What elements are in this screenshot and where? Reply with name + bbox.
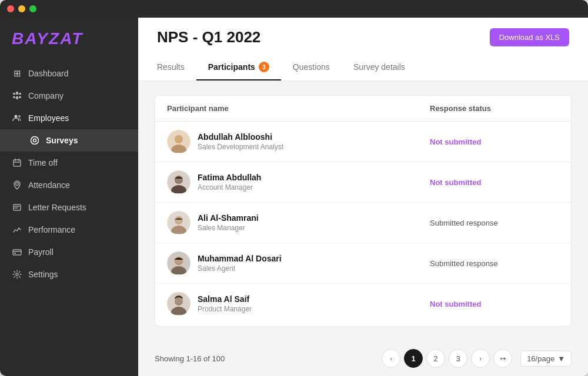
table-row: Ali Al-Shamrani Sales Manager Submitted … <box>155 203 571 243</box>
sidebar-label-performance: Performance <box>28 225 75 234</box>
sidebar-item-employees[interactable]: Employees <box>0 107 138 129</box>
participant-name: Abdullah Alblooshi <box>198 132 283 142</box>
svg-point-7 <box>18 115 21 118</box>
col-name-header: Participant name <box>167 104 430 113</box>
status-badge: Submitted response <box>430 219 498 227</box>
participant-role: Sales Manager <box>198 224 259 232</box>
per-page-select[interactable]: 16/page ▼ <box>520 351 572 367</box>
logo: BAYZAT <box>0 29 138 62</box>
next-page-button[interactable]: › <box>471 349 490 368</box>
svg-rect-1 <box>16 92 18 95</box>
svg-point-8 <box>31 137 39 145</box>
dashboard-icon: ⊞ <box>12 68 22 79</box>
header-top: NPS - Q1 2022 Download as XLS <box>157 28 569 46</box>
prev-page-button[interactable]: ‹ <box>382 349 400 368</box>
table-row: Fatima Abdullah Account Manager Not subm… <box>155 162 571 203</box>
table-container: Participant name Response status Abdulla… <box>138 81 588 341</box>
payroll-icon <box>12 247 22 257</box>
app-body: BAYZAT ⊞ Dashboard Company Employees <box>0 18 588 376</box>
sidebar-item-payroll[interactable]: Payroll <box>0 241 138 263</box>
tab-survey-details[interactable]: Survey details <box>342 56 417 80</box>
close-button[interactable] <box>7 5 14 12</box>
sidebar-item-settings[interactable]: Settings <box>0 263 138 286</box>
sidebar-label-employees: Employees <box>28 113 69 123</box>
participant-details: Salma Al Saif Product Manager <box>198 294 252 313</box>
app-window: BAYZAT ⊞ Dashboard Company Employees <box>0 0 588 376</box>
status-badge: Not submitted <box>430 178 481 187</box>
sidebar-label-timeoff: Time off <box>28 158 58 167</box>
sidebar-label-payroll: Payroll <box>28 247 54 257</box>
employees-icon <box>12 113 22 123</box>
tab-participants-label: Participants <box>208 62 255 72</box>
letter-requests-icon <box>12 202 22 213</box>
svg-point-9 <box>34 139 36 142</box>
participants-table: Participant name Response status Abdulla… <box>155 95 572 327</box>
status-badge: Not submitted <box>430 300 481 308</box>
company-icon <box>12 90 22 101</box>
participant-info: Ali Al-Shamrani Sales Manager <box>167 211 430 234</box>
sidebar-item-company[interactable]: Company <box>0 85 138 107</box>
response-status: Not submitted <box>430 298 559 309</box>
svg-point-11 <box>16 183 19 186</box>
minimize-button[interactable] <box>18 5 25 12</box>
participant-details: Muhammad Al Dosari Sales Agent <box>198 254 282 273</box>
settings-icon <box>12 269 22 280</box>
sidebar-label-surveys: Surveys <box>46 136 78 145</box>
showing-text: Showing 1-16 of 100 <box>155 354 225 363</box>
page-2-button[interactable]: 2 <box>426 349 445 368</box>
sidebar-item-dashboard[interactable]: ⊞ Dashboard <box>0 62 138 85</box>
table-header: Participant name Response status <box>155 96 571 122</box>
performance-icon <box>12 224 22 235</box>
participant-name: Salma Al Saif <box>198 294 252 304</box>
svg-point-6 <box>15 115 18 118</box>
avatar <box>167 211 191 234</box>
download-button[interactable]: Download as XLS <box>490 28 569 46</box>
avatar <box>167 251 191 275</box>
tab-results[interactable]: Results <box>157 56 196 80</box>
attendance-icon <box>12 180 22 190</box>
logo-text: BAYZAT <box>12 29 83 48</box>
participants-badge: 3 <box>259 62 269 72</box>
main-content: NPS - Q1 2022 Download as XLS Results Pa… <box>138 18 588 376</box>
timeoff-icon <box>12 157 22 168</box>
svg-rect-13 <box>13 250 21 255</box>
sidebar-label-settings: Settings <box>28 270 58 279</box>
table-row: Muhammad Al Dosari Sales Agent Submitted… <box>155 243 571 284</box>
tab-questions-label: Questions <box>293 62 330 72</box>
main-header: NPS - Q1 2022 Download as XLS Results Pa… <box>138 18 588 81</box>
sidebar-label-attendance: Attendance <box>28 180 70 190</box>
svg-rect-5 <box>19 96 21 98</box>
last-page-button[interactable]: ↦ <box>493 349 512 368</box>
sidebar-item-surveys[interactable]: Surveys <box>0 129 138 152</box>
per-page-chevron-icon: ▼ <box>557 354 565 363</box>
tab-results-label: Results <box>157 62 185 72</box>
sidebar: BAYZAT ⊞ Dashboard Company Employees <box>0 18 138 376</box>
page-3-button[interactable]: 3 <box>449 349 467 368</box>
tabs: Results Participants 3 Questions Survey … <box>157 56 569 80</box>
sidebar-label-dashboard: Dashboard <box>28 69 69 78</box>
participant-role: Product Manager <box>198 305 252 313</box>
per-page-label: 16/page <box>527 354 554 363</box>
tab-questions[interactable]: Questions <box>281 56 342 80</box>
page-1-button[interactable]: 1 <box>404 349 423 368</box>
svg-rect-2 <box>19 93 21 95</box>
participant-details: Fatima Abdullah Account Manager <box>198 173 261 192</box>
participant-details: Ali Al-Shamrani Sales Manager <box>198 213 259 232</box>
maximize-button[interactable] <box>29 5 36 12</box>
pagination-bar: Showing 1-16 of 100 ‹ 1 2 3 › ↦ 16/page … <box>138 341 588 376</box>
participant-info: Salma Al Saif Product Manager <box>167 292 430 315</box>
tab-participants[interactable]: Participants 3 <box>196 56 281 80</box>
table-row: Salma Al Saif Product Manager Not submit… <box>155 284 571 324</box>
table-row: Abdullah Alblooshi Sales Development Ana… <box>155 122 571 162</box>
participant-role: Sales Agent <box>198 264 282 273</box>
sidebar-item-letter-requests[interactable]: Letter Requests <box>0 196 138 219</box>
sidebar-item-attendance[interactable]: Attendance <box>0 174 138 196</box>
sidebar-item-performance[interactable]: Performance <box>0 219 138 241</box>
participant-role: Account Manager <box>198 183 261 192</box>
sidebar-item-timeoff[interactable]: Time off <box>0 152 138 174</box>
avatar <box>167 292 191 315</box>
svg-rect-0 <box>13 93 15 95</box>
svg-point-15 <box>16 273 18 276</box>
status-badge: Not submitted <box>430 137 481 146</box>
title-bar <box>0 0 588 18</box>
